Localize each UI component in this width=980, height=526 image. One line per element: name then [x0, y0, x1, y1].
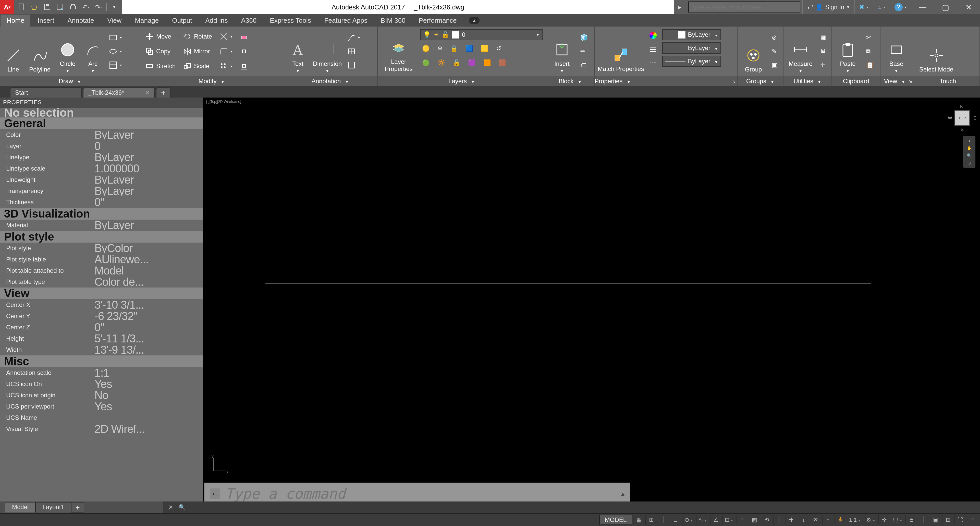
prop-row[interactable]: TransparencyByLayer — [0, 185, 203, 197]
text-button[interactable]: AText▼ — [286, 30, 309, 73]
ribbon-minimize-toggle[interactable] — [469, 17, 479, 24]
status-otrack-icon[interactable]: ⊡ — [722, 515, 735, 525]
layer-properties-button[interactable]: Layer Properties — [381, 29, 417, 73]
lineweight-icon[interactable] — [648, 43, 659, 55]
ribbon-tab-home[interactable]: Home — [0, 14, 30, 27]
status-isolate-icon[interactable]: ▣ — [930, 515, 941, 525]
linetype-selector[interactable]: ByLayer — [662, 56, 721, 67]
status-clean-icon[interactable]: ⛶ — [955, 515, 966, 525]
nav-fullnav-icon[interactable]: ⌖ — [968, 139, 970, 143]
group-bbox-icon[interactable]: ▣ — [770, 59, 780, 71]
prop-row[interactable]: Layer0 — [0, 140, 203, 151]
fillet-icon[interactable]: ▾ — [218, 45, 234, 57]
prop-value[interactable]: ByColor — [94, 244, 203, 252]
color-selector[interactable]: ByLayer — [662, 29, 721, 40]
prop-group-header[interactable]: General — [0, 118, 203, 129]
ribbon-tab-performance[interactable]: Performance — [413, 14, 463, 27]
block-create-icon[interactable]: 🧊 — [578, 32, 590, 44]
status-hardware-icon[interactable]: ⊞ — [942, 515, 953, 525]
color-swatch-icon[interactable] — [648, 29, 659, 41]
infocenter-arrow[interactable]: ▸ — [674, 0, 686, 14]
layer-off-icon[interactable]: 🟡 — [420, 42, 432, 55]
qat-undo-icon[interactable]: ↶▾ — [81, 2, 91, 12]
status-autoscale-icon[interactable]: ⟐ — [822, 515, 834, 525]
prop-row[interactable]: Plot table attached toModel — [0, 265, 203, 276]
prop-row[interactable]: LineweightByLayer — [0, 174, 203, 185]
circle-button[interactable]: Circle▼ — [56, 30, 79, 73]
prop-value[interactable]: 0 — [94, 142, 203, 150]
util-select-icon[interactable]: ▦ — [818, 32, 829, 44]
status-osnap-icon[interactable]: ∠ — [710, 515, 721, 525]
status-scale[interactable]: 1:1 — [847, 515, 863, 525]
prop-value[interactable]: ByLayer — [94, 175, 203, 184]
layer-make-icon[interactable]: 🟪 — [466, 57, 478, 69]
exchange-icon[interactable]: ✖▾ — [854, 0, 873, 14]
help-search-input[interactable] — [688, 2, 800, 13]
app-icon[interactable]: A▾ — [0, 0, 14, 14]
block-edit-icon[interactable]: ✏ — [578, 45, 590, 57]
prop-value[interactable]: 5'-11 1/3... — [94, 334, 203, 343]
prop-row[interactable]: UCS icon at originNo — [0, 390, 203, 401]
nav-orbit-icon[interactable]: ⭮ — [967, 161, 971, 165]
status-isodraft-icon[interactable]: ∿ — [696, 515, 709, 525]
prop-row[interactable]: Width13'-9 13/... — [0, 344, 203, 355]
layer-selector[interactable]: 💡 ☀ 🔓 0 ▼ — [420, 29, 542, 40]
prop-group-header[interactable]: View — [0, 287, 203, 299]
layout-tab-add-button[interactable]: ＋ — [71, 502, 84, 512]
status-cycle-icon[interactable]: ⟲ — [761, 515, 772, 525]
util-calc-icon[interactable]: 🖩 — [818, 45, 829, 57]
prop-value[interactable]: ByLayer — [94, 130, 203, 139]
nav-pan-icon[interactable]: ✋ — [967, 146, 972, 151]
panel-touch-label[interactable]: Touch — [916, 76, 980, 86]
ribbon-tab-insert[interactable]: Insert — [32, 14, 60, 27]
layout-tab-layout1[interactable]: Layout1 — [35, 502, 71, 512]
insert-button[interactable]: Insert▼ — [549, 30, 575, 73]
cmd-search-icon[interactable]: 🔍 — [178, 503, 186, 512]
panel-groups-label[interactable]: Groups — [738, 76, 783, 86]
prop-value[interactable]: AUlinewe... — [94, 255, 203, 264]
util-point-icon[interactable]: ✛ — [818, 59, 829, 71]
prop-row[interactable]: Plot style tableAUlinewe... — [0, 254, 203, 265]
prop-value[interactable]: ByLayer — [94, 186, 203, 195]
mirror-button[interactable]: Mirror — [181, 45, 214, 57]
close-icon[interactable]: ✕ — [145, 89, 150, 96]
prop-group-header[interactable]: Plot style — [0, 231, 203, 242]
group-button[interactable]: Group — [741, 30, 766, 73]
line-button[interactable]: Line — [3, 30, 24, 73]
panel-view-label[interactable]: View↘ — [880, 76, 916, 86]
ribbon-tab-view[interactable]: View — [101, 14, 127, 27]
layer-prev-icon[interactable]: ↺ — [494, 42, 503, 55]
panel-clipboard-label[interactable]: Clipboard — [832, 76, 880, 86]
layer-walk-icon[interactable]: 🟧 — [481, 57, 493, 69]
polyline-button[interactable]: Polyline — [27, 30, 52, 73]
ungroup-icon[interactable]: ⊘ — [770, 32, 780, 44]
explode-icon[interactable] — [238, 45, 250, 57]
prop-group-header[interactable]: Misc — [0, 355, 203, 367]
prop-row[interactable]: Center X3'-10 3/1... — [0, 299, 203, 311]
prop-value[interactable]: 3'-10 3/1... — [94, 300, 203, 309]
draw-ellipse-icon[interactable]: ▾ — [107, 45, 124, 57]
layer-match-icon[interactable]: 🟦 — [463, 42, 475, 55]
prop-value[interactable]: Yes — [94, 379, 203, 388]
prop-row[interactable]: Height5'-11 1/3... — [0, 333, 203, 344]
prop-row[interactable]: Annotation scale1:1 — [0, 367, 203, 378]
status-ws-icon[interactable]: ⬚ — [891, 515, 904, 525]
erase-icon[interactable] — [238, 30, 250, 43]
stretch-button[interactable]: Stretch — [143, 60, 178, 72]
qat-customize-icon[interactable]: ▼ — [109, 2, 119, 12]
a360-icon[interactable]: ⟁▾ — [873, 0, 890, 14]
prop-row[interactable]: Center Y-6 23/32" — [0, 311, 203, 322]
prop-row[interactable]: UCS icon OnYes — [0, 378, 203, 390]
prop-row[interactable]: Plot styleByColor — [0, 242, 203, 254]
status-lwt-icon[interactable]: ≡ — [737, 515, 748, 525]
layer-iso-icon[interactable]: 🟨 — [479, 42, 490, 55]
qat-print-icon[interactable] — [68, 2, 78, 12]
status-monitor-icon[interactable]: 🖥 — [905, 515, 917, 525]
ribbon-tab-a360[interactable]: A360 — [235, 14, 263, 27]
prop-row[interactable]: Thickness0" — [0, 197, 203, 208]
panel-annotation-label[interactable]: Annotation — [283, 76, 377, 86]
status-annomonitor-icon[interactable]: ✚ — [786, 515, 797, 525]
command-input[interactable] — [225, 485, 616, 502]
draw-rect-icon[interactable]: ▾ — [107, 32, 124, 44]
ribbon-tab-featuredapps[interactable]: Featured Apps — [318, 14, 374, 27]
